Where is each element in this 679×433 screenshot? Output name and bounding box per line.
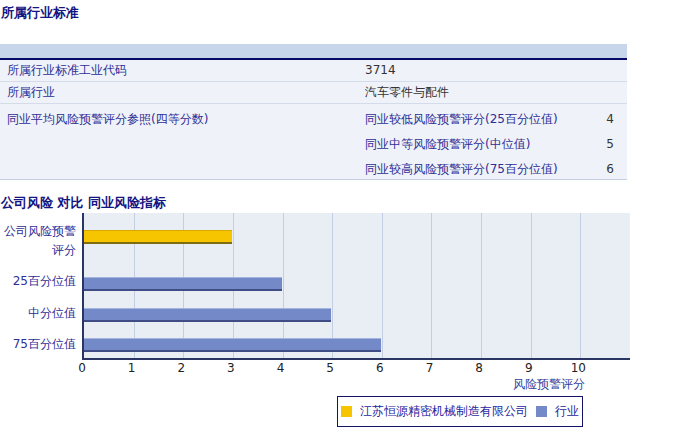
- industry-legend-swatch-icon: [536, 406, 547, 417]
- x-tick-label: 3: [216, 361, 246, 375]
- table-header-bar: [0, 44, 627, 60]
- company-legend-label: 江苏恒源精密机械制造有限公司: [360, 403, 528, 420]
- category-label: 公司风险预警评分: [0, 222, 76, 260]
- medium-risk-label: 同业中等风险预警评分(中位值): [365, 132, 530, 157]
- x-tick-label: 4: [266, 361, 296, 375]
- subrow-high-risk: 同业较高风险预警评分(75百分位值) 6: [0, 157, 627, 182]
- x-tick-label: 1: [117, 361, 147, 375]
- gridline: [382, 213, 383, 358]
- medium-risk-value: 5: [606, 132, 614, 157]
- gridline: [481, 213, 482, 358]
- gridline: [580, 213, 581, 358]
- chart-plot-area: [82, 213, 630, 360]
- risk-report-page: 所属行业标准 所属行业标准工业代码 3714 所属行业 汽车零件与配件 同业平均…: [0, 0, 679, 433]
- low-risk-label: 同业较低风险预警评分(25百分位值): [365, 107, 558, 132]
- category-label: 中分位值: [0, 304, 76, 323]
- gridline: [431, 213, 432, 358]
- industry-score-bar: [84, 277, 282, 291]
- high-risk-value: 6: [606, 157, 614, 182]
- industry-legend-label: 行业: [555, 403, 579, 420]
- industry-standard-section-title: 所属行业标准: [1, 4, 79, 22]
- table-row-industry: 所属行业 汽车零件与配件: [0, 82, 627, 104]
- chart-x-axis-title: 风险预警评分: [460, 376, 585, 393]
- gridline: [332, 213, 333, 358]
- category-label: 25百分位值: [0, 272, 76, 291]
- chart-legend: 江苏恒源精密机械制造有限公司 行业: [337, 396, 583, 427]
- x-tick-label: 9: [514, 361, 544, 375]
- peer-score-subrows: 同业较低风险预警评分(25百分位值) 4 同业中等风险预警评分(中位值) 5 同…: [0, 107, 627, 182]
- high-risk-label: 同业较高风险预警评分(75百分位值): [365, 157, 558, 182]
- company-legend-swatch-icon: [341, 406, 352, 417]
- industry-value: 汽车零件与配件: [365, 82, 449, 103]
- x-tick-label: 6: [365, 361, 395, 375]
- gridline: [531, 213, 532, 358]
- category-label: 75百分位值: [0, 335, 76, 354]
- industry-score-bar: [84, 308, 331, 322]
- x-tick-label: 5: [315, 361, 345, 375]
- company-score-bar: [84, 230, 232, 244]
- x-tick-label: 2: [166, 361, 196, 375]
- table-row-industry-code: 所属行业标准工业代码 3714: [0, 60, 627, 82]
- industry-score-bar: [84, 338, 381, 352]
- industry-code-value: 3714: [365, 60, 396, 81]
- x-tick-label: 10: [563, 361, 593, 375]
- subrow-medium-risk: 同业中等风险预警评分(中位值) 5: [0, 132, 627, 157]
- industry-standard-table: 所属行业标准工业代码 3714 所属行业 汽车零件与配件 同业平均风险预警评分参…: [0, 44, 627, 180]
- low-risk-value: 4: [606, 107, 614, 132]
- risk-comparison-section-title: 公司风险 对比 同业风险指标: [1, 194, 166, 212]
- industry-label: 所属行业: [7, 82, 55, 103]
- x-tick-label: 8: [464, 361, 494, 375]
- table-row-peer-reference: 同业平均风险预警评分参照(四等分数) 同业较低风险预警评分(25百分位值) 4 …: [0, 104, 627, 180]
- x-tick-label: 7: [414, 361, 444, 375]
- gridline: [283, 213, 284, 358]
- industry-code-label: 所属行业标准工业代码: [7, 60, 127, 81]
- x-tick-label: 0: [67, 361, 97, 375]
- subrow-low-risk: 同业较低风险预警评分(25百分位值) 4: [0, 107, 627, 132]
